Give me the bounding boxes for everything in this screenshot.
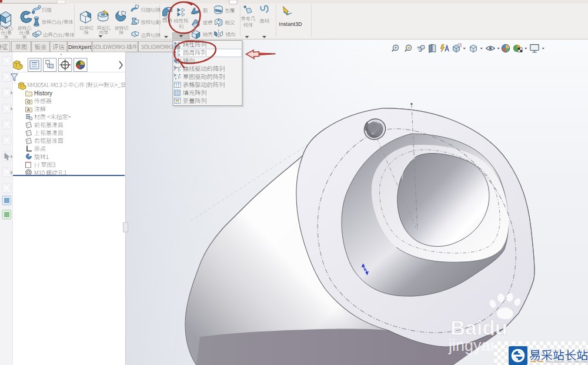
svg-text:jingyan: jingyan xyxy=(448,337,499,354)
svg-text:Instant3D: Instant3D xyxy=(279,21,302,27)
svg-text:Baidu: Baidu xyxy=(450,316,507,339)
svg-text:DimXpert: DimXpert xyxy=(68,44,91,50)
svg-text:History: History xyxy=(34,90,52,97)
svg-text:Www.Easck.Com Webmaster: Www.Easck.Com Webmaster xyxy=(545,360,588,363)
